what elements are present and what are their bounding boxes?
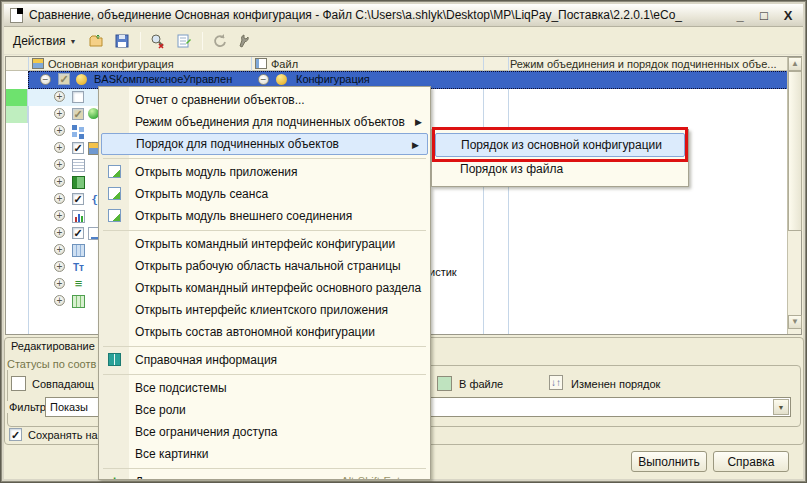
menu-item[interactable]: Открыть интерфейс клиентского приложения xyxy=(99,299,430,321)
wrench-icon xyxy=(238,33,254,49)
open-file-icon xyxy=(88,33,104,49)
covered-text-fragment: истик xyxy=(429,266,457,278)
menu-item-label: Открыть модуль приложения xyxy=(135,165,298,179)
toolbar-separator xyxy=(202,32,203,50)
save-button[interactable] xyxy=(111,30,134,52)
row-checkbox[interactable]: ✓ xyxy=(72,142,84,154)
checkbox-checked-gray[interactable]: ✓ xyxy=(58,73,70,85)
menu-item[interactable]: Открыть состав автономной конфигурации xyxy=(99,321,430,343)
menu-item-label: Открыть интерфейс клиентского приложения xyxy=(135,303,388,317)
menu-item-label: Открыть рабочую область начальной страни… xyxy=(135,259,401,273)
menu-item[interactable]: Открыть командный интерфейс конфигурации xyxy=(99,233,430,255)
comparison-settings-button[interactable] xyxy=(147,30,170,52)
expand-icon[interactable]: + xyxy=(54,125,65,136)
scroll-up-icon[interactable]: ▲ xyxy=(788,57,802,71)
expand-icon[interactable]: + xyxy=(54,261,65,272)
row-checkbox[interactable] xyxy=(72,91,84,103)
menu-item-label: Порядок для подчиненных объектов xyxy=(136,137,339,151)
column-header-main[interactable]: Основная конфигурация xyxy=(48,58,174,70)
expand-icon[interactable]: + xyxy=(54,142,65,153)
save-settings-checkbox[interactable]: ✓ xyxy=(9,428,22,441)
expand-icon[interactable]: + xyxy=(54,159,65,170)
expand-icon[interactable]: + xyxy=(54,227,65,238)
save-settings-label: Сохранять на xyxy=(26,429,100,441)
legend-swatch-in-file xyxy=(437,376,452,391)
row-checkbox[interactable]: ✓ xyxy=(72,108,84,120)
report-icon xyxy=(72,210,85,223)
menu-item[interactable]: Порядок для подчиненных объектов▶ xyxy=(101,133,428,155)
collapse-icon[interactable]: − xyxy=(258,74,269,85)
column-header-file[interactable]: Файл xyxy=(271,58,298,70)
menu-item[interactable]: +ДAlt-Shift-Ent xyxy=(99,471,430,480)
menu-item-label: Открыть командный интерфейс конфигурации xyxy=(135,237,395,251)
expand-icon[interactable]: + xyxy=(54,295,65,306)
changed-marker-icon xyxy=(276,74,287,85)
actions-menu-button[interactable]: Действия ▼ xyxy=(8,31,82,51)
menu-item[interactable]: Все картинки xyxy=(99,443,430,465)
menu-item[interactable]: Открыть модуль приложения xyxy=(99,161,430,183)
module-icon xyxy=(108,187,121,200)
order-changed-icon: ↓↑ xyxy=(549,375,563,390)
menu-item-label: Открыть состав автономной конфигурации xyxy=(135,325,375,339)
open-file-button[interactable] xyxy=(85,30,108,52)
legend-label-matching: Совпадающ xyxy=(30,378,96,390)
execute-button[interactable]: Выполнить xyxy=(631,451,707,472)
toolbar: Действия ▼ xyxy=(4,28,803,55)
file-config-icon xyxy=(255,58,267,69)
grid-line xyxy=(483,57,484,334)
expand-icon[interactable]: + xyxy=(54,244,65,255)
module-icon xyxy=(108,209,121,222)
minimize-button[interactable]: _ xyxy=(731,8,749,23)
expand-icon[interactable]: + xyxy=(54,108,65,119)
table-header: Основная конфигурация Файл Режим объедин… xyxy=(6,57,801,71)
menu-item[interactable]: Все ограничения доступа xyxy=(99,421,430,443)
menu-item[interactable]: Все роли xyxy=(99,399,430,421)
expand-icon[interactable]: + xyxy=(54,91,65,102)
add-icon: + xyxy=(108,475,121,480)
menu-item-label: Все ограничения доступа xyxy=(135,425,277,439)
column-header-merge-mode[interactable]: Режим объединения и порядок подчиненных … xyxy=(510,58,777,70)
module-icon xyxy=(108,165,121,178)
menu-item-label: Все картинки xyxy=(135,447,208,461)
vertical-scrollbar[interactable]: ▲ ▼ xyxy=(787,57,801,334)
main-config-name: BASКомплексноеУправлен xyxy=(94,73,232,85)
gridblue-icon xyxy=(72,244,85,257)
menu-item[interactable]: Режим объединения для подчиненных объект… xyxy=(99,111,430,133)
expand-icon[interactable]: + xyxy=(54,193,65,204)
tt-icon: Тт xyxy=(72,261,85,274)
maximize-button[interactable]: □ xyxy=(755,8,773,23)
menu-item[interactable]: Открыть командный интерфейс основного ра… xyxy=(99,277,430,299)
expand-icon[interactable]: + xyxy=(54,278,65,289)
grid-line xyxy=(508,57,509,334)
refresh-button[interactable] xyxy=(209,30,232,52)
menu-item[interactable]: Открыть модуль сеанса xyxy=(99,183,430,205)
close-button[interactable]: X xyxy=(779,8,797,23)
scrollbar-thumb[interactable] xyxy=(788,71,802,231)
document-icon xyxy=(10,8,23,23)
menu-item[interactable]: Открыть модуль внешнего соединения xyxy=(99,205,430,227)
save-icon xyxy=(114,33,130,49)
merge-settings-button[interactable] xyxy=(173,30,196,52)
subsystems-icon xyxy=(72,125,77,130)
expand-icon[interactable]: + xyxy=(54,210,65,221)
expand-icon[interactable]: + xyxy=(54,176,65,187)
row-checkbox[interactable]: ✓ xyxy=(72,227,84,239)
row-checkbox[interactable]: ✓ xyxy=(72,193,84,205)
toolbar-separator xyxy=(140,32,141,50)
service-button[interactable] xyxy=(235,30,258,52)
changed-marker-icon xyxy=(76,74,87,85)
scroll-down-icon[interactable]: ▼ xyxy=(788,315,802,329)
menu-item-label: Отчет о сравнении объектов... xyxy=(135,93,305,107)
status-cell xyxy=(6,106,28,123)
help-button[interactable]: Справка xyxy=(713,451,789,472)
combo-dropdown-icon[interactable]: ▼ xyxy=(773,399,789,415)
menu-item[interactable]: Открыть рабочую область начальной страни… xyxy=(99,255,430,277)
refresh-icon xyxy=(212,33,228,49)
menu-item[interactable]: Отчет о сравнении объектов... xyxy=(99,89,430,111)
chevron-down-icon: ▼ xyxy=(70,38,77,45)
menu-shortcut: Alt-Shift-Ent xyxy=(341,475,400,480)
collapse-icon[interactable]: − xyxy=(40,74,51,85)
menu-item[interactable]: Все подсистемы xyxy=(99,377,430,399)
menu-item[interactable]: Справочная информация xyxy=(99,349,430,371)
merge-settings-icon xyxy=(176,33,192,49)
